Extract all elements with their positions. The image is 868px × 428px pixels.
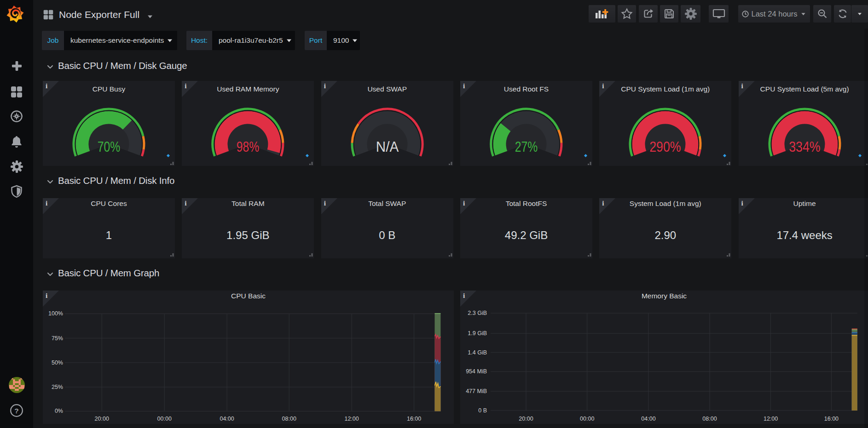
svg-text:16:00: 16:00 <box>407 416 421 422</box>
svg-text:290%: 290% <box>649 138 681 154</box>
svg-text:1.9 GiB: 1.9 GiB <box>468 330 487 337</box>
svg-text:334%: 334% <box>789 138 821 154</box>
svg-text:27%: 27% <box>515 138 538 154</box>
svg-text:12:00: 12:00 <box>764 416 778 422</box>
svg-text:25%: 25% <box>52 384 63 390</box>
svg-text:N/A: N/A <box>376 138 399 154</box>
svg-text:04:00: 04:00 <box>220 416 234 422</box>
svg-text:2.3 GiB: 2.3 GiB <box>468 310 487 316</box>
svg-text:98%: 98% <box>237 138 260 154</box>
svg-text:50%: 50% <box>52 359 63 365</box>
svg-text:00:00: 00:00 <box>157 416 172 422</box>
svg-text:08:00: 08:00 <box>282 416 296 422</box>
svg-text:16:00: 16:00 <box>824 416 839 422</box>
svg-text:100%: 100% <box>48 310 63 317</box>
svg-text:70%: 70% <box>98 138 121 154</box>
svg-text:?: ? <box>14 407 18 415</box>
svg-text:00:00: 00:00 <box>580 416 594 422</box>
svg-text:1.4 GiB: 1.4 GiB <box>468 349 487 355</box>
svg-text:20:00: 20:00 <box>519 416 533 422</box>
svg-text:12:00: 12:00 <box>344 416 359 422</box>
svg-text:0 B: 0 B <box>478 407 487 413</box>
svg-text:75%: 75% <box>52 335 63 341</box>
svg-text:954 MiB: 954 MiB <box>466 368 487 375</box>
svg-text:08:00: 08:00 <box>702 416 717 422</box>
svg-text:20:00: 20:00 <box>95 416 109 422</box>
svg-text:04:00: 04:00 <box>641 416 655 422</box>
svg-text:0%: 0% <box>55 408 63 414</box>
svg-text:477 MiB: 477 MiB <box>466 388 487 394</box>
